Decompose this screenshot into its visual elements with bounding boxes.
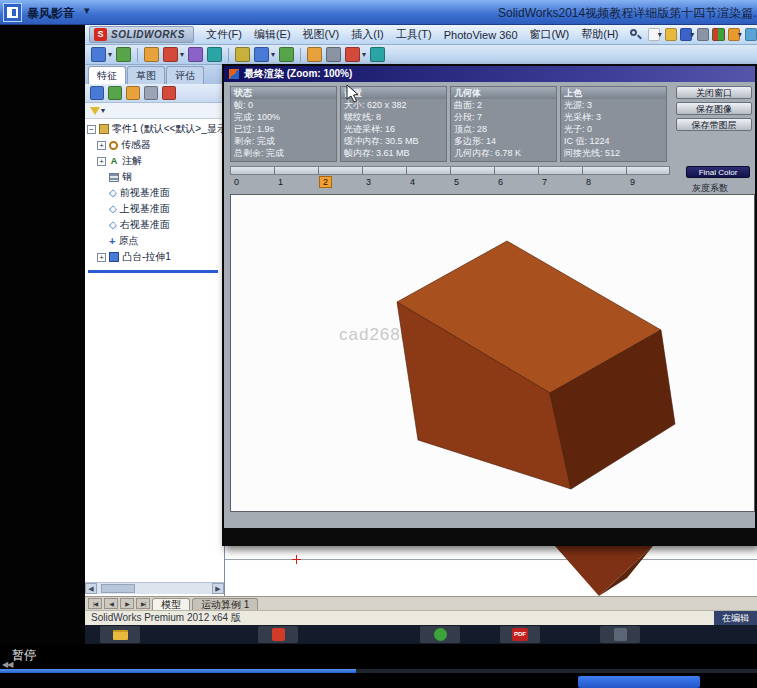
menu-edit[interactable]: 编辑(E) bbox=[248, 25, 297, 44]
scrollbar-thumb[interactable] bbox=[101, 584, 135, 593]
last-tab-icon[interactable]: ▶| bbox=[136, 598, 150, 609]
tree-item-annotations[interactable]: + A 注解 bbox=[85, 153, 224, 169]
rebuild-icon[interactable] bbox=[712, 28, 724, 41]
save-image-button[interactable]: 保存图像 bbox=[676, 102, 752, 115]
tree-horizontal-scrollbar[interactable]: ◀ ▶ bbox=[85, 582, 224, 594]
scroll-left-icon[interactable]: ◀ bbox=[85, 583, 97, 594]
close-window-button[interactable]: 关闭窗口 bbox=[676, 86, 752, 99]
toolbar-shell-icon[interactable] bbox=[279, 47, 294, 62]
taskbar-pdf-button[interactable]: PDF bbox=[500, 626, 540, 643]
chevron-down-icon[interactable]: ▾ bbox=[690, 30, 694, 39]
graphics-area[interactable] bbox=[225, 546, 757, 596]
fm-dimxpert-icon[interactable] bbox=[144, 86, 158, 100]
menu-tools[interactable]: 工具(T) bbox=[390, 25, 438, 44]
tree-item-boss-extrude[interactable]: + 凸台-拉伸1 bbox=[85, 249, 224, 265]
fm-display-icon[interactable] bbox=[90, 86, 104, 100]
taskbar-app-button[interactable] bbox=[420, 626, 460, 643]
tab-features[interactable]: 特征 bbox=[88, 66, 126, 84]
chevron-down-icon[interactable]: ▾ bbox=[271, 50, 275, 59]
chevron-down-icon[interactable]: ▾ bbox=[658, 30, 662, 39]
collapse-icon[interactable]: − bbox=[87, 125, 96, 134]
tree-item-origin[interactable]: + 原点 bbox=[85, 233, 224, 249]
toolbar-appearance-icon[interactable] bbox=[307, 47, 322, 62]
tree-item-top-plane[interactable]: ◇ 上视基准面 bbox=[85, 201, 224, 217]
seek-bar[interactable] bbox=[0, 669, 757, 673]
prev-tab-icon[interactable]: ◀ bbox=[104, 598, 118, 609]
tree-item-sensors[interactable]: + 传感器 bbox=[85, 137, 224, 153]
panel-line: 光源: 3 bbox=[561, 99, 666, 111]
taskbar-explorer-button[interactable] bbox=[100, 626, 140, 643]
chevron-down-icon[interactable]: ▾ bbox=[101, 106, 105, 115]
save-with-layers-button[interactable]: 保存带图层 bbox=[676, 118, 752, 131]
green-app-icon bbox=[434, 628, 447, 641]
next-tab-icon[interactable]: ▶ bbox=[120, 598, 134, 609]
tree-item-front-plane[interactable]: ◇ 前视基准面 bbox=[85, 185, 224, 201]
expand-icon[interactable]: + bbox=[97, 141, 106, 150]
tab-motion-study[interactable]: 运动算例 1 bbox=[192, 598, 258, 610]
player-bottom-button[interactable] bbox=[578, 676, 700, 688]
chevron-down-icon[interactable]: ▾ bbox=[738, 30, 742, 39]
panel-line: 几何内存: 6.78 K bbox=[451, 147, 556, 159]
menu-insert[interactable]: 插入(I) bbox=[345, 25, 389, 44]
filter-icon[interactable] bbox=[90, 107, 100, 115]
chevron-down-icon[interactable]: ▾ bbox=[108, 50, 112, 59]
toolbar-revolve-icon[interactable] bbox=[163, 47, 178, 62]
open-icon[interactable] bbox=[665, 28, 677, 41]
windows-taskbar: PDF bbox=[85, 625, 757, 644]
toolbar-scene-icon[interactable] bbox=[326, 47, 341, 62]
menu-view[interactable]: 视图(V) bbox=[297, 25, 346, 44]
chevron-down-icon[interactable]: ▾ bbox=[180, 50, 184, 59]
scale-number: 7 bbox=[538, 177, 582, 191]
player-logo-icon[interactable] bbox=[3, 3, 22, 22]
menu-help[interactable]: 帮助(H) bbox=[575, 25, 624, 44]
taskbar-app-button[interactable] bbox=[258, 626, 298, 643]
sw-brand[interactable]: S SOLIDWORKS bbox=[89, 26, 194, 43]
toolbar-fillet-icon[interactable] bbox=[235, 47, 250, 62]
panel-line: 分段: 7 bbox=[451, 111, 556, 123]
toolbar-measure-icon[interactable] bbox=[370, 47, 385, 62]
toolbar-sweep-icon[interactable] bbox=[188, 47, 203, 62]
tree-item-right-plane[interactable]: ◇ 右视基准面 bbox=[85, 217, 224, 233]
mouse-cursor bbox=[346, 84, 360, 104]
rewind-icon[interactable]: ◀◀ bbox=[2, 660, 12, 669]
chevron-down-icon[interactable]: ▾ bbox=[362, 50, 366, 59]
chevron-down-icon[interactable]: ▾ bbox=[84, 4, 90, 17]
rollback-bar[interactable] bbox=[88, 270, 218, 273]
fm-appearance-icon[interactable] bbox=[162, 86, 176, 100]
tree-item-label: 上视基准面 bbox=[120, 202, 170, 216]
render-window-titlebar[interactable]: 最终渲染 (Zoom: 100%) bbox=[224, 66, 755, 82]
player-logo-text[interactable]: 暴风影音 bbox=[27, 5, 75, 22]
fm-tree-icon[interactable] bbox=[108, 86, 122, 100]
toolbar-pattern-icon[interactable] bbox=[254, 47, 269, 62]
search-icon[interactable] bbox=[629, 28, 641, 41]
tree-item-part[interactable]: − 零件1 (默认<<默认>_显示 bbox=[85, 121, 224, 137]
tab-model[interactable]: 模型 bbox=[152, 598, 190, 610]
toolbar-features-icon[interactable] bbox=[116, 47, 131, 62]
panel-line: 光迹采样: 16 bbox=[341, 123, 446, 135]
tab-evaluate[interactable]: 评估 bbox=[166, 66, 204, 84]
scroll-right-icon[interactable]: ▶ bbox=[212, 583, 224, 594]
expand-icon[interactable]: + bbox=[97, 157, 106, 166]
toolbar-loft-icon[interactable] bbox=[207, 47, 222, 62]
final-color-button[interactable]: Final Color bbox=[686, 166, 750, 178]
menu-photoview360[interactable]: PhotoView 360 bbox=[438, 27, 524, 43]
menu-file[interactable]: 文件(F) bbox=[200, 25, 248, 44]
first-tab-icon[interactable]: |◀ bbox=[88, 598, 102, 609]
toolbar-sketch-icon[interactable] bbox=[91, 47, 106, 62]
tree-item-material[interactable]: 钢 bbox=[85, 169, 224, 185]
panel-line: IC 值: 1224 bbox=[561, 135, 666, 147]
toolbar-separator bbox=[228, 48, 229, 62]
tab-sketch[interactable]: 草图 bbox=[127, 66, 165, 84]
options-icon[interactable] bbox=[745, 28, 757, 41]
fm-configurations-icon[interactable] bbox=[126, 86, 140, 100]
expand-icon[interactable]: + bbox=[97, 253, 106, 262]
menu-window[interactable]: 窗口(W) bbox=[524, 25, 576, 44]
panel-line: 帧: 0 bbox=[231, 99, 336, 111]
render-viewport: cad2688.com bbox=[230, 194, 755, 512]
toolbar-render-icon[interactable] bbox=[345, 47, 360, 62]
print-icon[interactable] bbox=[697, 28, 709, 41]
sketch-point-marker bbox=[296, 555, 297, 564]
toolbar-extrude-icon[interactable] bbox=[144, 47, 159, 62]
taskbar-app-button[interactable] bbox=[600, 626, 640, 643]
model-motion-tabbar: |◀ ◀ ▶ ▶| 模型 运动算例 1 bbox=[85, 596, 757, 610]
